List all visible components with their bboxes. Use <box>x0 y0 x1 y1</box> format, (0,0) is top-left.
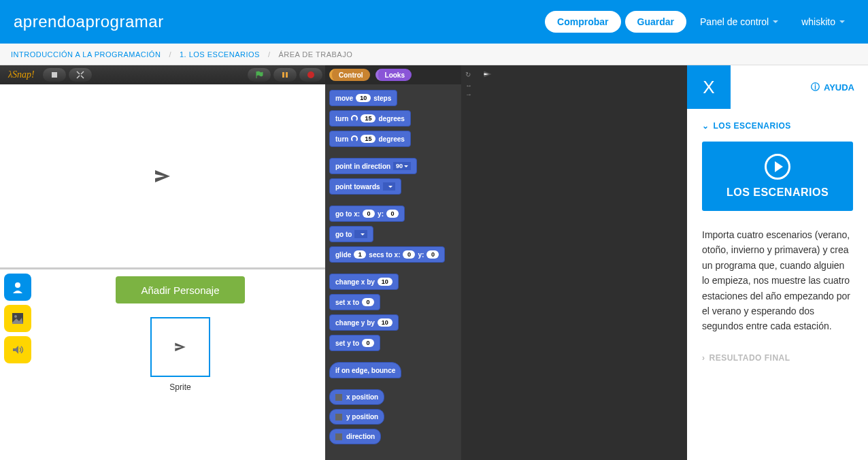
chevron-right-icon: › <box>702 353 705 363</box>
sprite-center: Añadir Personaje Sprite <box>35 269 325 460</box>
turn-cw-icon <box>351 115 358 122</box>
script-sprite-info: ↻ ↔ → <box>461 65 687 95</box>
play-icon <box>765 154 790 180</box>
block-glide[interactable]: glide1secs to x:0y:0 <box>329 246 445 263</box>
svg-point-4 <box>15 282 20 288</box>
flag-button[interactable] <box>248 68 271 82</box>
block-point-direction[interactable]: point in direction90 <box>329 158 417 174</box>
backgrounds-tab-icon[interactable] <box>4 305 31 332</box>
costumes-tab-icon[interactable] <box>4 274 31 301</box>
sprite-panel: Añadir Personaje Sprite <box>0 269 325 460</box>
check-button[interactable]: Comprobar <box>545 11 620 33</box>
section-escenarios[interactable]: ⌄ LOS ESCENARIOS <box>702 121 853 131</box>
video-card[interactable]: LOS ESCENARIOS <box>702 142 853 211</box>
checkbox-icon[interactable] <box>335 414 342 421</box>
block-move[interactable]: move10steps <box>329 90 397 106</box>
block-change-x[interactable]: change x by10 <box>329 274 399 290</box>
block-x-position[interactable]: x position <box>329 389 384 405</box>
breadcrumb-sep: / <box>268 50 271 59</box>
flip-icon[interactable]: ↔ <box>465 82 472 89</box>
workspace: λSnap! Añadir Personaje Sprite <box>0 65 868 460</box>
sprite-arrow-icon <box>484 71 492 78</box>
turn-ccw-icon <box>351 135 358 142</box>
sounds-tab-icon[interactable] <box>4 336 31 363</box>
close-help-button[interactable]: X <box>687 65 731 109</box>
stage-column: λSnap! Añadir Personaje Sprite <box>0 65 325 460</box>
svg-rect-1 <box>282 72 284 78</box>
sprite-arrow-icon <box>175 343 185 352</box>
stage-toolbar: λSnap! <box>0 65 325 84</box>
sprite-arrow-icon[interactable] <box>155 170 170 182</box>
svg-rect-0 <box>52 72 57 78</box>
breadcrumb: INTRODUCCIÓN A LA PROGRAMACIÓN / 1. LOS … <box>0 44 868 65</box>
main-header: aprendoaprogramar Comprobar Guardar Pane… <box>0 0 868 44</box>
chevron-down-icon <box>773 20 778 23</box>
checkbox-icon[interactable] <box>335 433 342 440</box>
block-point-towards[interactable]: point towards <box>329 178 401 195</box>
blocks-list: move10steps turn15degrees turn15degrees … <box>325 84 461 450</box>
svg-point-3 <box>307 71 314 78</box>
help-body: ⌄ LOS ESCENARIOS LOS ESCENARIOS Importa … <box>687 109 868 386</box>
breadcrumb-l1[interactable]: INTRODUCCIÓN A LA PROGRAMACIÓN <box>11 50 161 59</box>
category-control[interactable]: Control <box>329 69 370 81</box>
svg-rect-2 <box>286 72 288 78</box>
block-goto-xy[interactable]: go to x:0y:0 <box>329 206 405 222</box>
stage[interactable] <box>0 84 325 269</box>
block-bounce[interactable]: if on edge, bounce <box>329 362 401 378</box>
block-y-position[interactable]: y position <box>329 409 384 425</box>
no-rotate-icon[interactable]: → <box>465 91 472 98</box>
pause-button[interactable] <box>273 68 297 82</box>
script-area[interactable]: ↻ ↔ → <box>461 65 687 460</box>
side-icons <box>0 269 35 460</box>
block-change-y[interactable]: change y by10 <box>329 314 399 331</box>
checkbox-icon[interactable] <box>335 394 342 401</box>
help-text: Importa cuatro escenarios (verano, otoño… <box>702 227 853 334</box>
help-panel: X ⓘ AYUDA ⌄ LOS ESCENARIOS LOS ESCENARIO… <box>687 65 868 460</box>
block-set-y[interactable]: set y to0 <box>329 335 380 351</box>
block-direction[interactable]: direction <box>329 429 381 444</box>
sprite-label: Sprite <box>42 382 318 392</box>
user-menu[interactable]: whiskito <box>792 16 854 27</box>
control-panel-menu[interactable]: Panel de control <box>690 16 788 27</box>
block-turn-ccw[interactable]: turn15degrees <box>329 131 411 147</box>
help-link[interactable]: ⓘ AYUDA <box>811 81 868 93</box>
logo: aprendoaprogramar <box>14 12 164 31</box>
rotate-icon[interactable]: ↻ <box>465 71 471 78</box>
breadcrumb-l2[interactable]: 1. LOS ESCENARIOS <box>180 50 260 59</box>
chevron-down-icon: ⌄ <box>702 121 710 131</box>
chevron-down-icon <box>839 20 845 23</box>
save-button[interactable]: Guardar <box>625 11 686 33</box>
breadcrumb-l3: ÁREA DE TRABAJO <box>278 50 352 59</box>
breadcrumb-sep: / <box>169 50 171 59</box>
help-header: X ⓘ AYUDA <box>687 65 868 109</box>
snap-logo: λSnap! <box>3 69 40 80</box>
add-character-button[interactable]: Añadir Personaje <box>116 276 245 303</box>
video-title: LOS ESCENARIOS <box>702 186 853 199</box>
sprite-thumbnail[interactable] <box>150 317 210 377</box>
stage-size-button[interactable] <box>43 68 66 82</box>
help-icon: ⓘ <box>811 81 820 93</box>
category-looks[interactable]: Looks <box>375 69 412 81</box>
section-resultado[interactable]: › RESULTADO FINAL <box>702 353 853 363</box>
svg-point-6 <box>14 315 17 318</box>
block-set-x[interactable]: set x to0 <box>329 294 380 310</box>
block-turn-cw[interactable]: turn15degrees <box>329 110 411 127</box>
category-tabs: Control Looks <box>325 65 461 84</box>
blocks-palette: Control Looks move10steps turn15degrees … <box>325 65 461 460</box>
stop-button[interactable] <box>299 68 322 82</box>
fullscreen-button[interactable] <box>69 68 92 82</box>
block-goto[interactable]: go to <box>329 226 373 242</box>
